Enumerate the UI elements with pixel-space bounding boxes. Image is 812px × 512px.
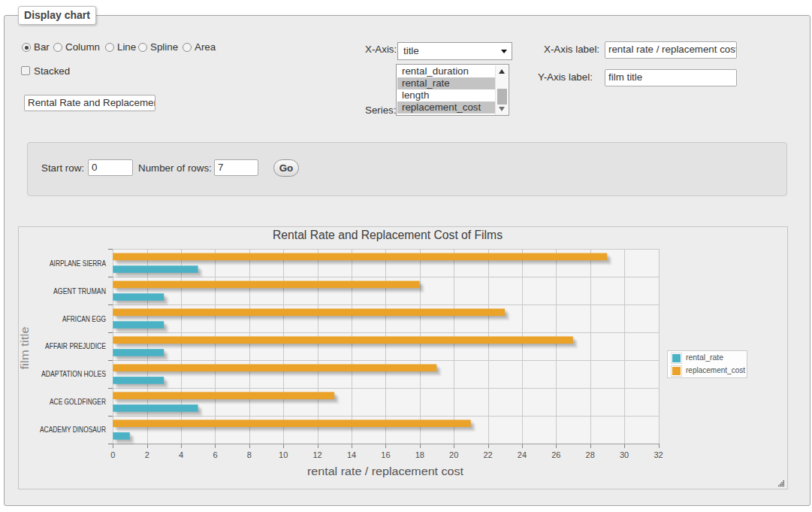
svg-text:Rental Rate and Replacement Co: Rental Rate and Replacement Cost of Film… bbox=[273, 229, 503, 241]
svg-text:ACE GOLDFINGER: ACE GOLDFINGER bbox=[50, 398, 106, 406]
svg-text:10: 10 bbox=[279, 450, 288, 459]
svg-text:30: 30 bbox=[620, 450, 629, 459]
svg-text:22: 22 bbox=[483, 450, 492, 459]
svg-text:rental rate / replacement cost: rental rate / replacement cost bbox=[307, 465, 463, 477]
svg-text:ACADEMY DINOSAUR: ACADEMY DINOSAUR bbox=[40, 426, 106, 434]
svg-text:32: 32 bbox=[654, 450, 663, 459]
svg-text:24: 24 bbox=[518, 450, 527, 459]
svg-text:film title: film title bbox=[19, 327, 31, 370]
svg-text:AFRICAN EGG: AFRICAN EGG bbox=[62, 315, 106, 323]
svg-text:18: 18 bbox=[415, 450, 424, 459]
svg-text:12: 12 bbox=[313, 450, 322, 459]
svg-text:AGENT TRUMAN: AGENT TRUMAN bbox=[53, 287, 106, 295]
svg-text:rental_rate: rental_rate bbox=[686, 353, 723, 362]
svg-text:16: 16 bbox=[381, 450, 390, 459]
svg-text:14: 14 bbox=[347, 450, 356, 459]
svg-text:0: 0 bbox=[110, 450, 115, 459]
svg-text:ADAPTATION HOLES: ADAPTATION HOLES bbox=[41, 370, 106, 378]
svg-text:26: 26 bbox=[551, 450, 560, 459]
svg-text:replacement_cost: replacement_cost bbox=[686, 365, 745, 374]
svg-text:6: 6 bbox=[213, 450, 217, 459]
svg-text:AIRPLANE SIERRA: AIRPLANE SIERRA bbox=[50, 259, 106, 268]
svg-text:AFFAIR PREJUDICE: AFFAIR PREJUDICE bbox=[45, 342, 106, 350]
svg-text:8: 8 bbox=[247, 450, 252, 459]
svg-text:2: 2 bbox=[145, 450, 149, 459]
svg-text:20: 20 bbox=[449, 450, 458, 459]
svg-text:28: 28 bbox=[586, 450, 595, 459]
svg-text:4: 4 bbox=[179, 450, 183, 459]
